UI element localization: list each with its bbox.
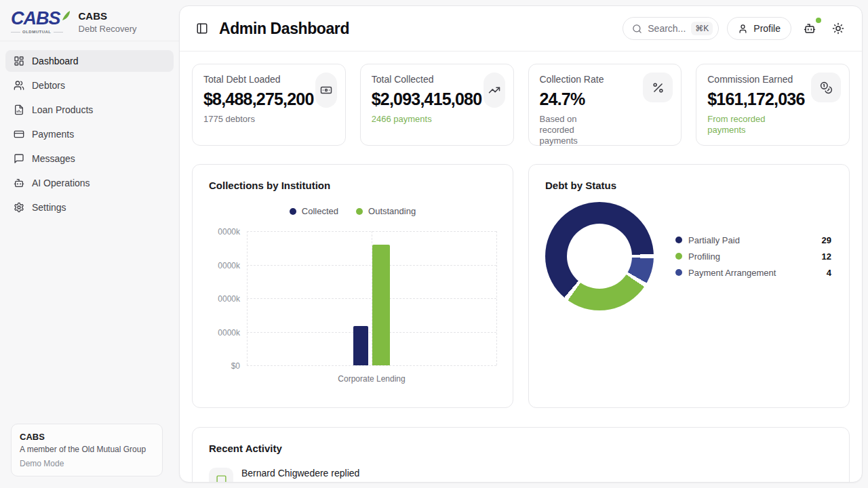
y-tick: 0000k (209, 328, 240, 338)
message-square-icon (209, 468, 233, 483)
legend-label: Collected (302, 206, 338, 216)
outstanding-legend-dot (356, 208, 363, 215)
y-tick: 0000k (209, 294, 240, 304)
legend-value: 12 (822, 251, 831, 262)
sidebar-footer-card: CABS A member of the Old Mutual Group De… (11, 424, 163, 476)
stat-subtext: Based on recorded payments (540, 114, 648, 146)
sidebar-item-debtors[interactable]: Debtors (5, 75, 174, 96)
activity-title: Bernard Chigwedere replied (241, 468, 359, 479)
payment-arrangement-dot (675, 269, 682, 276)
message-square-icon (14, 153, 24, 164)
collected-legend-dot (290, 208, 296, 215)
theme-toggle-button[interactable] (828, 18, 848, 39)
bot-icon (804, 22, 816, 35)
y-tick: 0000k (209, 261, 240, 270)
ai-assistant-button[interactable] (800, 18, 820, 39)
gear-icon (14, 202, 24, 213)
sidebar-item-label: Payments (32, 129, 74, 140)
sidebar-item-payments[interactable]: Payments (5, 123, 174, 145)
logo-tagline: OLDMUTUAL (11, 30, 71, 34)
stat-card-total-debt-loaded: Total Debt Loaded $8,488,275,200 1775 de… (192, 64, 346, 146)
page-header: Admin Dashboard Search... ⌘K Profile (180, 6, 862, 52)
donut-hole (567, 224, 632, 289)
legend-row-partially-paid: Partially Paid 29 (675, 235, 831, 245)
recent-activity-card: Recent Activity Bernard Chigwedere repli… (192, 427, 850, 483)
search-shortcut-badge: ⌘K (691, 22, 713, 35)
y-tick: $0 (209, 361, 240, 371)
outstanding-bar[interactable] (372, 245, 390, 365)
x-axis-category: Corporate Lending (247, 374, 496, 384)
stat-card-commission-earned: Commission Earned $161,172,036 From reco… (696, 64, 850, 146)
brand-block: CABS OLDMUTUAL CABS Debt Recovery (0, 0, 179, 41)
user-icon (738, 24, 748, 34)
leaf-swoosh-icon (61, 10, 71, 21)
collections-by-institution-card: Collections by Institution Collected Out… (192, 164, 513, 408)
demo-mode-label: Demo Mode (20, 459, 154, 468)
search-placeholder: Search... (648, 23, 686, 34)
sidebar-item-dashboard[interactable]: Dashboard (5, 50, 174, 72)
percent-icon (643, 73, 673, 102)
search-icon (632, 24, 642, 34)
activity-meta: EMAIL · 5 Dec 2024 (241, 481, 359, 483)
bot-icon (14, 178, 24, 188)
chart-title: Debt by Status (545, 180, 833, 191)
online-status-dot (816, 18, 821, 23)
sidebar-item-ai-operations[interactable]: AI Operations (5, 172, 174, 194)
banknote-icon (315, 73, 337, 108)
legend-label: Partially Paid (688, 235, 740, 245)
sidebar-item-messages[interactable]: Messages (5, 148, 174, 169)
legend-label: Profiling (688, 251, 720, 262)
bar-chart: 0000k 0000k 0000k 0000k $0 Corporate Len… (209, 231, 496, 384)
section-title: Recent Activity (209, 443, 833, 454)
sidebar-item-label: Settings (32, 202, 66, 213)
sidebar-item-label: Messages (32, 153, 75, 164)
panel-left-icon (196, 22, 208, 35)
bar-chart-legend: Collected Outstanding (209, 206, 496, 216)
stat-subtext: 2466 payments (372, 114, 502, 125)
activity-item[interactable]: Bernard Chigwedere replied EMAIL · 5 Dec… (209, 468, 833, 483)
credit-card-icon (14, 129, 24, 140)
stat-subtext: 1775 debtors (203, 114, 334, 125)
sun-icon (832, 22, 844, 35)
stat-subtext: From recorded payments (707, 114, 838, 136)
stat-card-total-collected: Total Collected $2,093,415,080 2466 paym… (360, 64, 514, 146)
profiling-dot (675, 253, 682, 260)
sidebar-nav: Dashboard Debtors Loan Products Payments… (0, 41, 179, 227)
debt-status-donut[interactable] (545, 202, 654, 310)
sidebar-item-label: Dashboard (32, 56, 79, 66)
chart-title: Collections by Institution (209, 180, 496, 191)
profile-button[interactable]: Profile (727, 17, 791, 40)
main-panel: Admin Dashboard Search... ⌘K Profile (179, 5, 863, 483)
sidebar: CABS OLDMUTUAL CABS Debt Recovery Dashbo… (0, 0, 179, 488)
legend-value: 29 (822, 235, 831, 245)
footer-membership: A member of the Old Mutual Group (20, 445, 154, 454)
file-chart-icon (14, 104, 24, 115)
legend-label: Payment Arrangement (688, 268, 776, 278)
trending-up-icon (484, 73, 505, 108)
sidebar-toggle-button[interactable] (192, 18, 212, 39)
sidebar-item-loan-products[interactable]: Loan Products (5, 99, 174, 121)
partially-paid-dot (675, 237, 682, 243)
legend-value: 4 (827, 268, 831, 278)
legend-row-profiling: Profiling 12 (675, 251, 831, 262)
sidebar-item-settings[interactable]: Settings (5, 197, 174, 218)
page-title: Admin Dashboard (219, 20, 349, 38)
coins-icon (811, 73, 841, 102)
stat-card-collection-rate: Collection Rate 24.7% Based on recorded … (528, 64, 682, 146)
cabs-logo: CABS OLDMUTUAL (11, 9, 71, 34)
stats-row: Total Debt Loaded $8,488,275,200 1775 de… (192, 64, 850, 146)
sidebar-item-label: AI Operations (32, 178, 90, 188)
collected-bar[interactable] (353, 326, 368, 365)
sidebar-item-label: Debtors (32, 80, 65, 91)
legend-label: Outstanding (368, 206, 416, 216)
profile-label: Profile (753, 23, 781, 34)
legend-row-payment-arrangement: Payment Arrangement 4 (675, 268, 831, 278)
stat-label: Total Collected (372, 74, 502, 85)
search-input[interactable]: Search... ⌘K (623, 17, 719, 40)
debt-by-status-card: Debt by Status Partially Paid 29 P (528, 164, 850, 408)
dashboard-icon (14, 56, 24, 66)
stat-value: $8,488,275,200 (203, 89, 334, 109)
donut-legend: Partially Paid 29 Profiling 12 Payment A… (675, 235, 833, 278)
users-icon (14, 80, 24, 91)
footer-title: CABS (20, 432, 154, 442)
